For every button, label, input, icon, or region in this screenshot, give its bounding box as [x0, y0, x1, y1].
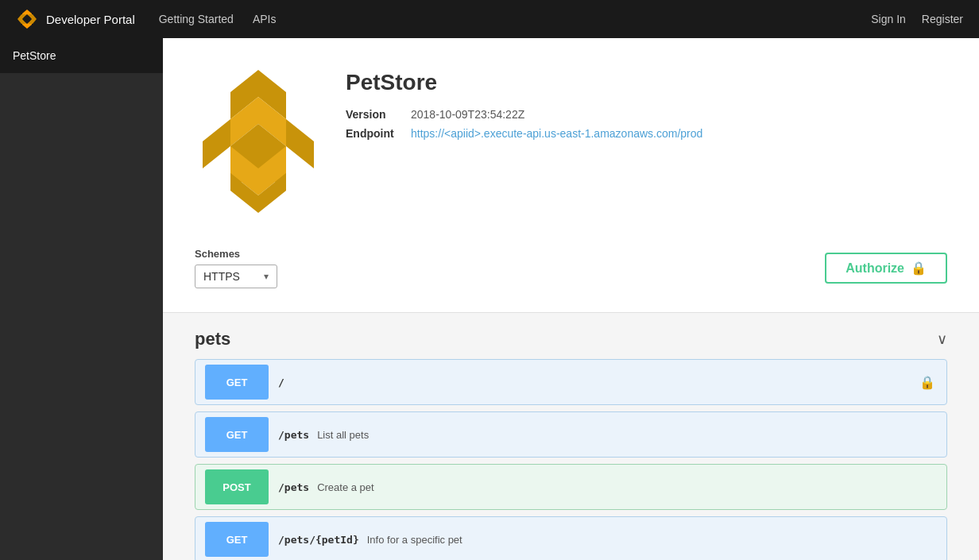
aws-logo-icon: [16, 8, 38, 30]
register-link[interactable]: Register: [922, 13, 963, 25]
svg-marker-6: [286, 119, 314, 168]
main-content: PetStore Version 2018-10-09T23:54:22Z En…: [163, 38, 979, 560]
endpoint-group-chevron-icon[interactable]: ∨: [937, 330, 947, 348]
version-row: Version 2018-10-09T23:54:22Z: [346, 108, 702, 121]
nav-link-apis[interactable]: APIs: [253, 13, 277, 25]
endpoint-path-pets: /pets: [278, 429, 309, 441]
endpoint-group-header: pets ∨: [195, 329, 947, 350]
lock-icon: 🔒: [911, 261, 927, 276]
endpoint-desc-create-pet: Create a pet: [317, 481, 374, 493]
main-layout: PetStore: [0, 38, 979, 560]
endpoint-row-get-pets[interactable]: GET /pets List all pets: [195, 411, 947, 458]
authorize-label: Authorize: [846, 261, 904, 276]
sidebar: PetStore: [0, 38, 163, 560]
endpoint-value: https://<apiid>.execute-api.us-east-1.am…: [411, 127, 702, 140]
schemes-row: Schemes HTTPS ▾ Authorize 🔒: [195, 248, 947, 288]
schemes-label: Schemes: [195, 248, 277, 260]
version-value: 2018-10-09T23:54:22Z: [411, 108, 524, 121]
endpoint-row-get-pet-id[interactable]: GET /pets/{petId} Info for a specific pe…: [195, 516, 947, 560]
endpoint-desc-pet-info: Info for a specific pet: [367, 534, 462, 546]
endpoint-group-title: pets: [195, 329, 230, 350]
nav-link-getting-started[interactable]: Getting Started: [159, 13, 234, 25]
endpoints-section: pets ∨ GET / 🔒 GET /pets List all pets P…: [163, 313, 979, 560]
authorize-button[interactable]: Authorize 🔒: [825, 253, 947, 284]
nav-right: Sign In Register: [871, 13, 963, 25]
api-logo-icon: [195, 62, 322, 221]
endpoint-desc-list-pets: List all pets: [317, 429, 369, 441]
api-logo-container: [195, 62, 322, 224]
endpoint-path-root: /: [278, 377, 284, 388]
schemes-container: Schemes HTTPS ▾: [195, 248, 277, 288]
endpoint-row-root[interactable]: GET / 🔒: [195, 359, 947, 405]
api-meta: Version 2018-10-09T23:54:22Z Endpoint ht…: [346, 108, 702, 140]
svg-marker-2: [17, 14, 26, 24]
svg-marker-5: [203, 119, 230, 168]
endpoint-path-post-pets: /pets: [278, 481, 309, 493]
schemes-select[interactable]: HTTPS ▾: [195, 265, 277, 288]
api-info-card: PetStore Version 2018-10-09T23:54:22Z En…: [163, 38, 979, 313]
api-header: PetStore Version 2018-10-09T23:54:22Z En…: [195, 62, 947, 224]
method-badge-get-pets: GET: [205, 417, 269, 452]
endpoint-label: Endpoint: [346, 127, 401, 140]
sign-in-link[interactable]: Sign In: [871, 13, 906, 25]
lock-icon-root: 🔒: [919, 375, 935, 390]
method-badge-get-pet-id: GET: [205, 522, 269, 557]
endpoint-path-pet-id: /pets/{petId}: [278, 534, 359, 546]
sidebar-item-petstore[interactable]: PetStore: [0, 38, 163, 73]
schemes-chevron-icon: ▾: [264, 271, 269, 282]
nav-logo: Developer Portal: [16, 8, 135, 30]
endpoint-row-post-pets[interactable]: POST /pets Create a pet: [195, 464, 947, 510]
top-nav: Developer Portal Getting Started APIs Si…: [0, 0, 979, 38]
schemes-selected-value: HTTPS: [203, 270, 240, 283]
endpoint-row: Endpoint https://<apiid>.execute-api.us-…: [346, 127, 702, 140]
api-details: PetStore Version 2018-10-09T23:54:22Z En…: [346, 62, 702, 140]
nav-brand: Developer Portal: [46, 13, 135, 26]
svg-marker-3: [28, 14, 37, 24]
method-badge-get-root: GET: [205, 365, 269, 400]
nav-links: Getting Started APIs: [159, 13, 872, 25]
api-title: PetStore: [346, 70, 702, 95]
version-label: Version: [346, 108, 401, 121]
method-badge-post-pets: POST: [205, 469, 269, 504]
